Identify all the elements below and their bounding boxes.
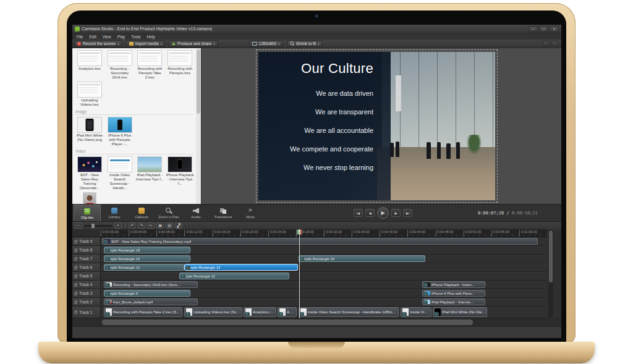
copy-icon[interactable]: ▣: [156, 222, 164, 229]
track-lane[interactable]: ENT - New Sales Rep Training (Secondary)…: [101, 237, 547, 245]
paste-icon[interactable]: ▤: [166, 222, 173, 229]
timeline-clip[interactable]: Anal...fx: [278, 307, 297, 317]
timeline-clip[interactable]: Simple Rectangle 10fx: [179, 273, 289, 279]
track-lane[interactable]: Kari_Broze_default.mp4fxiPad Playback - …: [101, 298, 547, 306]
fullscreen-icon[interactable]: [551, 41, 558, 46]
timeline-clip[interactable]: iPhone 6 Plus with Pano...fx: [422, 290, 485, 297]
timeline-clip[interactable]: Simple Rectangle 12fx: [104, 264, 184, 271]
playhead[interactable]: [299, 229, 300, 318]
menu-file[interactable]: File: [74, 35, 86, 39]
jump-to-end-button[interactable]: ▶|: [403, 209, 412, 217]
lock-icon[interactable]: [74, 241, 77, 243]
track-lane[interactable]: Simple Rectangle 10fx: [101, 272, 547, 280]
fx-badge[interactable]: fx: [434, 312, 439, 316]
clip-bin-item[interactable]: Analytics.trec: [75, 50, 104, 80]
lock-icon[interactable]: [74, 267, 77, 269]
timeline-clip[interactable]: Recording with Panopto Take 2.trec (S...…: [104, 307, 182, 317]
timeline-clip[interactable]: Uploading Videos.trec (Scre...fx: [184, 307, 242, 317]
menu-view[interactable]: View: [100, 35, 114, 39]
timeline-ruler[interactable]: 0:00:00;000:00:04;000:00:08;000:00:12;00…: [101, 229, 547, 237]
fx-badge[interactable]: fx: [300, 257, 305, 261]
detach-preview-icon[interactable]: [543, 41, 550, 46]
timeline-clip[interactable]: Inside Video...fx: [401, 307, 431, 317]
tab-audio[interactable]: Audio: [182, 205, 210, 222]
previous-frame-button[interactable]: ◀: [365, 209, 375, 217]
clip-bin-item[interactable]: Recording - Secondary 16x9.trec: [106, 50, 134, 80]
redo-icon[interactable]: ↷: [138, 222, 145, 229]
scrollbar-thumb[interactable]: [102, 320, 473, 325]
timeline-clip[interactable]: Simple Rectangle 13fx: [184, 264, 298, 271]
lock-icon[interactable]: [74, 311, 77, 314]
jump-to-start-button[interactable]: |◀: [354, 209, 363, 217]
timeline-clip[interactable]: iPhone Playback - Interv...fx: [422, 281, 485, 288]
fx-badge[interactable]: fx: [105, 312, 110, 316]
clip-bin-item[interactable]: iPad Mini White (No Glare).png: [75, 117, 104, 146]
fx-badge[interactable]: fx: [423, 292, 428, 296]
scrollbar-thumb[interactable]: [549, 231, 553, 282]
close-button[interactable]: ×: [550, 26, 559, 32]
lock-icon[interactable]: [74, 250, 77, 252]
fx-badge[interactable]: fx: [105, 292, 110, 296]
fx-badge[interactable]: fx: [423, 300, 428, 305]
timeline-clip[interactable]: iPad Mini White (No Glar...fx: [433, 307, 487, 317]
timeline-clip[interactable]: Analytics.trec (...fx: [244, 307, 276, 317]
tab-clip-bin[interactable]: Clip bin: [74, 205, 101, 222]
fx-badge[interactable]: fx: [105, 257, 110, 261]
tab-more[interactable]: More: [237, 205, 264, 222]
track-lane[interactable]: Recording - Secondary 16x9.trec (Scre...…: [101, 281, 547, 289]
tab-library[interactable]: Library: [101, 205, 128, 222]
clip-bin-item[interactable]: Recording with Panopto.trec: [166, 50, 194, 80]
track-lane[interactable]: Simple Rectangle 9fxiPhone 6 Plus with P…: [101, 289, 547, 297]
play-button[interactable]: ▶: [377, 207, 389, 219]
clip-bin-item[interactable]: Kari_Broze_default...: [75, 192, 104, 204]
fx-badge[interactable]: fx: [279, 312, 284, 316]
timeline-clip[interactable]: iPad Playback - Intervie...fx: [422, 298, 485, 305]
fx-badge[interactable]: fx: [105, 283, 110, 287]
track-lane[interactable]: Simple Rectangle 18fx: [101, 246, 547, 254]
scrollbar-thumb[interactable]: [197, 49, 200, 114]
tab-zoom-n-pan[interactable]: Zoom-n-Pan: [155, 205, 182, 222]
fx-badge[interactable]: fx: [105, 266, 110, 270]
clip-bin-item[interactable]: Uploading Videos.trec: [75, 82, 104, 107]
vertical-scrollbar[interactable]: [548, 230, 553, 318]
clip-bin-scrollbar[interactable]: [196, 48, 201, 204]
fx-badge[interactable]: fx: [423, 283, 428, 287]
zoom-in-icon[interactable]: +: [114, 222, 122, 229]
lock-icon[interactable]: [74, 293, 77, 295]
playhead-handle[interactable]: [297, 229, 302, 235]
timeline-clip[interactable]: Simple Rectangle 16fx: [299, 255, 425, 262]
timeline-clip[interactable]: Inside Video Search Screencap - Handbrak…: [299, 307, 399, 317]
canvas-size-dropdown[interactable]: 1280x800 ▾: [249, 40, 283, 47]
menu-play[interactable]: Play: [114, 35, 129, 39]
timeline-clip[interactable]: Recording - Secondary 16x9.trec (Scre...…: [104, 281, 198, 288]
undo-icon[interactable]: ↶: [129, 222, 136, 229]
timeline-clip[interactable]: Simple Rectangle 18fx: [104, 247, 190, 253]
next-frame-button[interactable]: ▶: [391, 209, 401, 217]
zoom-out-icon[interactable]: −: [75, 222, 82, 229]
lock-icon[interactable]: [74, 276, 77, 278]
horizontal-scrollbar[interactable]: [72, 318, 561, 326]
import-media-button[interactable]: Import media ▾: [126, 40, 165, 47]
timeline-clip[interactable]: Simple Rectangle 9fx: [104, 290, 190, 297]
menu-tools[interactable]: Tools: [128, 35, 143, 39]
menu-edit[interactable]: Edit: [86, 35, 99, 39]
fx-badge[interactable]: fx: [103, 240, 108, 244]
tab-transitions[interactable]: Transitions: [210, 205, 237, 222]
tab-callouts[interactable]: Callouts: [128, 205, 155, 222]
split-icon[interactable]: ▞: [175, 222, 182, 229]
fx-badge[interactable]: fx: [181, 274, 185, 279]
cut-icon[interactable]: ✂: [147, 222, 155, 229]
clip-bin-item[interactable]: iPhone Playback - Interview Tips f...: [166, 156, 194, 190]
maximize-button[interactable]: □: [539, 26, 548, 32]
menu-help[interactable]: Help: [144, 35, 158, 39]
record-screen-button[interactable]: Record the screen ▾: [74, 40, 122, 47]
lock-icon[interactable]: [74, 284, 77, 287]
track-lane[interactable]: Recording with Panopto Take 2.trec (S...…: [101, 307, 547, 318]
clip-bin-item[interactable]: Inside Video Search Screencap - Handb...: [106, 156, 134, 190]
minimize-button[interactable]: ─: [529, 26, 538, 32]
timeline-clip[interactable]: ENT - New Sales Rep Training (Secondary)…: [102, 238, 538, 245]
fx-badge[interactable]: fx: [105, 248, 110, 253]
fx-badge[interactable]: fx: [300, 312, 305, 316]
produce-share-button[interactable]: Produce and share ▾: [169, 40, 218, 47]
lock-icon[interactable]: [74, 258, 77, 261]
